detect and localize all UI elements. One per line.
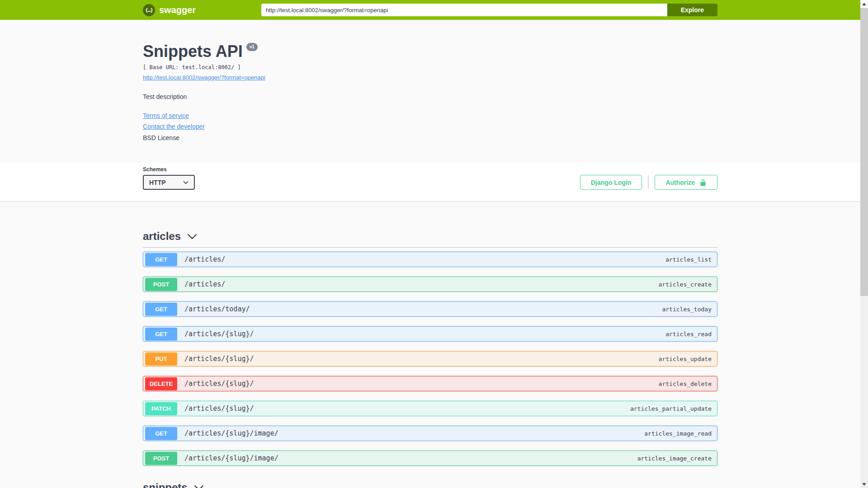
operation-id: articles_today: [662, 306, 712, 313]
scrollbar-down-button[interactable]: [860, 480, 868, 488]
operation-row[interactable]: PATCH /articles/{slug}/ articles_partial…: [143, 401, 717, 416]
operation-path: /articles/: [184, 255, 225, 263]
scheme-section: Schemes HTTP Django Login Authorize: [0, 163, 860, 201]
django-login-button[interactable]: Django Login: [580, 175, 642, 190]
tag-name: articles: [143, 230, 181, 243]
swagger-ui-page: {…} swagger Explore Snippets API v1 [ Ba…: [0, 0, 860, 488]
operation-path: /articles/{slug}/: [184, 330, 254, 338]
scroll-down-icon: [862, 483, 866, 486]
http-method-badge: PUT: [145, 352, 177, 366]
swagger-logo-text: swagger: [159, 5, 196, 15]
http-method-badge: DELETE: [145, 377, 177, 390]
operation-path: /articles/: [184, 280, 225, 288]
operation-id: articles_image_read: [644, 430, 712, 437]
operation-id: articles_partial_update: [630, 405, 712, 412]
version-badge: v1: [246, 43, 258, 51]
explore-form: Explore: [261, 4, 717, 16]
operation-row[interactable]: GET /articles/{slug}/image/ articles_ima…: [143, 426, 717, 441]
auth-wrapper: Django Login Authorize: [580, 175, 717, 190]
unlocked-padlock-icon: [699, 178, 707, 187]
operation-path: /articles/{slug}/image/: [184, 429, 278, 437]
scrollbar-thumb[interactable]: [860, 8, 868, 296]
operation-path: /articles/{slug}/image/: [184, 454, 278, 462]
chevron-down-icon: [194, 485, 204, 488]
operation-row[interactable]: PUT /articles/{slug}/ articles_update: [143, 351, 717, 366]
swagger-logo-icon: {…}: [143, 4, 155, 16]
operation-id: articles_create: [659, 281, 712, 288]
api-title-text: Snippets API: [143, 42, 243, 61]
operation-id: articles_image_create: [637, 455, 712, 462]
schemes-label: Schemes: [143, 166, 195, 173]
auth-divider: [648, 175, 649, 189]
api-description: Test description: [143, 93, 717, 100]
chevron-down-icon: [183, 181, 189, 184]
api-tag-section-articles: articles GET /articles/ articles_list PO…: [143, 230, 717, 466]
api-info-section: Snippets API v1 [ Base URL: test.local:8…: [0, 20, 860, 163]
http-method-badge: POST: [145, 452, 177, 465]
license-text: BSD License: [143, 134, 717, 141]
tag-heading[interactable]: articles: [143, 230, 197, 243]
operation-path: /articles/{slug}/: [184, 404, 254, 413]
base-url: [ Base URL: test.local:8002/ ]: [143, 64, 717, 70]
authorize-button[interactable]: Authorize: [655, 175, 717, 190]
http-method-badge: PATCH: [145, 402, 177, 415]
operation-id: articles_read: [665, 331, 712, 338]
spec-link[interactable]: http://test.local:8002/swagger/?format=o…: [143, 74, 265, 81]
operation-row[interactable]: POST /articles/{slug}/image/ articles_im…: [143, 450, 717, 466]
http-method-badge: GET: [145, 328, 177, 341]
tag-heading[interactable]: snippets: [143, 481, 204, 488]
schemes-block: Schemes HTTP: [143, 166, 195, 190]
operation-id: articles_update: [659, 356, 712, 362]
scheme-select[interactable]: HTTP: [143, 175, 195, 190]
http-method-badge: GET: [145, 427, 177, 440]
vertical-scrollbar[interactable]: [860, 0, 868, 488]
page-title: Snippets API v1: [143, 42, 717, 61]
explore-button[interactable]: Explore: [667, 4, 717, 16]
operation-path: /articles/today/: [184, 305, 250, 313]
operation-row[interactable]: POST /articles/ articles_create: [143, 277, 717, 292]
operation-row[interactable]: DELETE /articles/{slug}/ articles_delete: [143, 376, 717, 391]
http-method-badge: GET: [145, 253, 177, 266]
operation-row[interactable]: GET /articles/today/ articles_today: [143, 301, 717, 317]
spec-url-input[interactable]: [261, 4, 667, 16]
operation-row[interactable]: GET /articles/ articles_list: [143, 252, 717, 267]
http-method-badge: POST: [145, 278, 177, 291]
operation-path: /articles/{slug}/: [184, 355, 254, 363]
authorize-label: Authorize: [665, 179, 695, 186]
scrollbar-up-button[interactable]: [860, 0, 868, 8]
operation-id: articles_list: [665, 256, 712, 263]
operation-id: articles_delete: [659, 380, 712, 387]
operation-path: /articles/{slug}/: [184, 380, 254, 388]
chevron-down-icon: [187, 234, 197, 239]
scroll-up-icon: [862, 3, 866, 5]
terms-of-service-link[interactable]: Terms of service: [143, 112, 189, 119]
tag-divider: [143, 247, 717, 248]
topbar: {…} swagger Explore: [0, 0, 860, 20]
contact-developer-link[interactable]: Contact the developer: [143, 123, 205, 130]
http-method-badge: GET: [145, 303, 177, 316]
swagger-logo: {…} swagger: [143, 4, 196, 16]
api-tag-section-snippets: snippets GET /snippets/ snippets_list: [143, 481, 717, 488]
operations-list: articles GET /articles/ articles_list PO…: [143, 201, 717, 488]
scheme-selected-value: HTTP: [149, 179, 166, 186]
django-login-label: Django Login: [591, 179, 631, 186]
operation-row[interactable]: GET /articles/{slug}/ articles_read: [143, 326, 717, 342]
tag-name: snippets: [143, 481, 188, 488]
